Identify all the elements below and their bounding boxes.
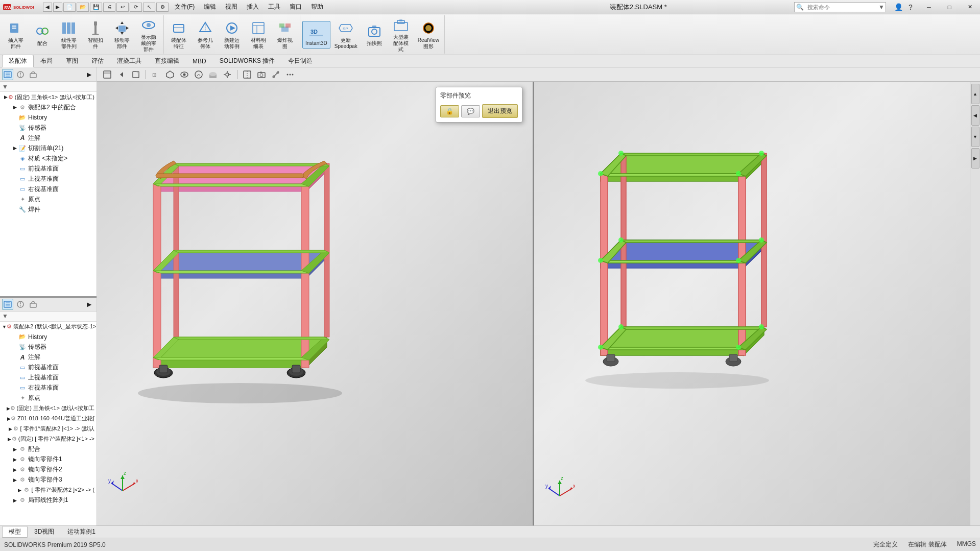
tree-item-local-pattern[interactable]: ▶ ⚙ 局部线性阵列1	[0, 495, 97, 506]
left-viewport[interactable]: 零部件预览 🔒 💬 退出预览	[97, 82, 534, 525]
tab-assembly[interactable]: 装配体	[2, 55, 34, 67]
select-btn[interactable]: ↖	[143, 3, 155, 12]
options-btn[interactable]: ⚙	[156, 3, 169, 12]
tree-arrow[interactable]: ▶	[11, 467, 18, 472]
tree-arrow[interactable]: ▶	[16, 488, 22, 493]
collapse-panel-btn2[interactable]: ▶	[83, 299, 94, 310]
preview-lock-btn[interactable]: 🔒	[440, 105, 459, 117]
tree-item-weld[interactable]: ▶ 🔧 焊件	[0, 204, 97, 214]
tree-item-annotations2[interactable]: ▶ A 注解	[0, 352, 97, 363]
hide-show-items-btn[interactable]	[178, 68, 190, 81]
tree-arrow[interactable]: ▶	[7, 406, 10, 411]
toolbar-instant3d[interactable]: 3D Instant3D	[302, 21, 330, 49]
tree-arrow[interactable]: ▼	[2, 324, 7, 329]
close-btn[interactable]: ✕	[960, 0, 980, 14]
tree-arrow[interactable]: ▶	[11, 457, 18, 462]
tree-arrow[interactable]: ▶	[7, 416, 11, 421]
tree-arrow[interactable]: ▶	[11, 477, 18, 483]
toolbar-show-hidden[interactable]: 显示隐藏的零部件	[136, 15, 161, 55]
collapse-panel-btn[interactable]: ▶	[83, 69, 94, 80]
search-box[interactable]: 🔍 ▼	[794, 2, 886, 12]
section-view-btn[interactable]	[241, 68, 253, 81]
config-manager-btn2[interactable]	[28, 299, 39, 310]
tab-today-manufacturing[interactable]: 今日制造	[281, 55, 319, 67]
tree-arrow[interactable]: ▶	[11, 105, 18, 110]
menu-edit[interactable]: 编辑	[200, 2, 220, 12]
tree-item-mates[interactable]: ▶ ⚙ 装配体2 中的配合	[0, 102, 97, 112]
tree-arrow[interactable]: ▶	[11, 498, 18, 503]
tree-item-front-plane2[interactable]: ▶ ▭ 前视基准面	[0, 363, 97, 373]
toolbar-insert-part[interactable]: 插入零部件	[3, 18, 29, 52]
view-camera-btn[interactable]	[255, 68, 268, 81]
tree-item-annotations[interactable]: ▶ A 注解	[0, 133, 97, 143]
right-collapse-btn3[interactable]: ▼	[971, 127, 979, 147]
open-btn[interactable]: 📂	[77, 3, 89, 12]
toolbar-bom[interactable]: 材料明细表	[246, 18, 271, 52]
tree-item-z01[interactable]: ▶ ⚙ Z01-018-160-404U普通工业轮[	[0, 414, 97, 424]
feature-tree-btn2[interactable]	[2, 299, 13, 310]
tree-arrow[interactable]: ▶	[8, 437, 12, 442]
tree-item-top-plane2[interactable]: ▶ ▭ 上视基准面	[0, 373, 97, 383]
tree-item-mirror3[interactable]: ▶ ⚙ 镜向零部件3	[0, 475, 97, 485]
menu-help[interactable]: 帮助	[307, 2, 327, 12]
tree-item-sensors2[interactable]: ▶ 📡 传感器	[0, 342, 97, 352]
property-manager-btn[interactable]	[15, 69, 26, 80]
tree-item-front-plane[interactable]: ▶ ▭ 前视基准面	[0, 163, 97, 174]
toolbar-mate[interactable]: 配合	[30, 21, 55, 49]
tree-item-top-plane[interactable]: ▶ ▭ 上视基准面	[0, 174, 97, 184]
more-btn[interactable]	[284, 68, 296, 81]
tree-item-part7-2[interactable]: ▶ ⚙ [ 零件7^装配体2 ]<2> -> (	[0, 485, 97, 495]
view-orientation-btn[interactable]: ⊡	[150, 68, 162, 81]
new-btn[interactable]: 📄	[63, 3, 76, 12]
toolbar-large-assembly[interactable]: 大型装配体模式	[388, 15, 414, 55]
right-viewport[interactable]: x y z	[534, 82, 970, 525]
feature-tree-btn[interactable]	[2, 69, 13, 80]
tree-arrow[interactable]: ▶	[11, 447, 18, 452]
toolbar-snapshot[interactable]: 拍快照	[362, 21, 387, 49]
tree-item-right-plane2[interactable]: ▶ ▭ 右视基准面	[0, 383, 97, 393]
menu-window[interactable]: 窗口	[285, 2, 306, 12]
toolbar-move-component[interactable]: 移动零部件	[109, 18, 135, 52]
tree-item-origin2[interactable]: ▶ ✦ 原点	[0, 393, 97, 403]
tree-arrow[interactable]: ▶	[11, 146, 18, 151]
toolbar-assembly-feature[interactable]: 装配体特征	[166, 18, 192, 52]
menu-insert[interactable]: 插入	[243, 2, 263, 12]
menu-file[interactable]: 文件(F)	[171, 2, 199, 12]
bottom-tab-model[interactable]: 模型	[2, 526, 28, 538]
tab-layout[interactable]: 布局	[34, 55, 59, 67]
tab-evaluate[interactable]: 评估	[85, 55, 110, 67]
view-selector-btn[interactable]	[130, 68, 142, 81]
right-collapse-btn1[interactable]: ▲	[971, 84, 979, 104]
menu-tools[interactable]: 工具	[264, 2, 284, 12]
tree-item-right-plane[interactable]: ▶ ▭ 右视基准面	[0, 184, 97, 194]
print-btn[interactable]: 🖨	[103, 3, 115, 12]
property-manager-btn2[interactable]	[15, 299, 26, 310]
tree-arrow[interactable]: ▶	[8, 426, 13, 432]
help-icon[interactable]: ?	[905, 2, 916, 12]
bottom-tab-3dview[interactable]: 3D视图	[28, 526, 61, 538]
minimize-btn[interactable]: ─	[919, 0, 939, 14]
restore-btn[interactable]: □	[939, 0, 960, 14]
tree-item-main-part[interactable]: ▶ ⚙ (固定) 三角铁<1> (默认<按加工)	[0, 92, 97, 102]
tab-mbd[interactable]: MBD	[186, 56, 213, 67]
tree-item-assembly-root[interactable]: ▼ ⚙ 装配体2 (默认<默认_显示状态-1>)	[0, 322, 97, 332]
nav-forward-btn[interactable]: ▶	[53, 3, 62, 12]
tree-item-sensors[interactable]: ▶ 📡 传感器	[0, 123, 97, 133]
toolbar-explode[interactable]: 爆炸视图	[272, 18, 298, 52]
view-settings-btn[interactable]	[221, 68, 233, 81]
tree-item-mirror1[interactable]: ▶ ⚙ 镜向零部件1	[0, 454, 97, 465]
edit-appearance-btn[interactable]	[193, 68, 205, 81]
tree-item-triangle-part[interactable]: ▶ ⚙ (固定) 三角铁<1> (默认<按加工	[0, 403, 97, 414]
search-dropdown-icon[interactable]: ▼	[877, 4, 886, 11]
bottom-tab-motion[interactable]: 运动算例1	[61, 526, 102, 538]
previous-view-btn[interactable]	[115, 68, 128, 81]
tab-render[interactable]: 渲染工具	[110, 55, 148, 67]
preview-comment-btn[interactable]: 💬	[461, 105, 480, 117]
menu-view[interactable]: 视图	[221, 2, 242, 12]
tree-item-part7[interactable]: ▶ ⚙ (固定) [ 零件7^装配体2 ]<1> ->	[0, 434, 97, 444]
tree-item-history-top[interactable]: ▶ 📂 History	[0, 112, 97, 123]
rebuild-btn[interactable]: ⟳	[130, 3, 142, 12]
sketch-display-btn[interactable]	[270, 68, 282, 81]
tree-item-mirror2[interactable]: ▶ ⚙ 镜向零部件2	[0, 465, 97, 475]
scene-btn[interactable]	[207, 68, 219, 81]
